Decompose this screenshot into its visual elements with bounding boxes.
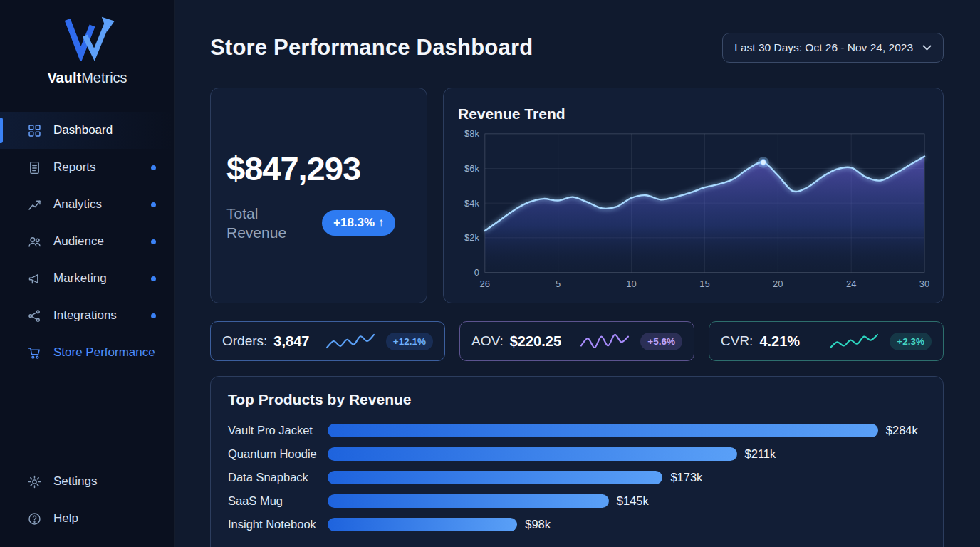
date-range-label: Last 30 Days: Oct 26 - Nov 24, 2023: [734, 41, 913, 54]
cvr-sparkline: [828, 333, 880, 350]
sidebar-item-label: Marketing: [53, 271, 107, 286]
product-value-label: $211k: [745, 447, 776, 461]
date-range-dropdown[interactable]: Last 30 Days: Oct 26 - Nov 24, 2023: [722, 33, 944, 63]
notification-dot: [151, 165, 156, 170]
product-name: SaaS Mug: [228, 494, 328, 508]
svg-text:15: 15: [699, 278, 709, 289]
cvr-value: 4.21%: [759, 333, 800, 350]
svg-text:$4k: $4k: [464, 198, 479, 209]
aov-value: $220.25: [510, 333, 561, 350]
product-name: Data Snapback: [228, 471, 328, 484]
top-products-title: Top Products by Revenue: [228, 391, 926, 408]
orders-value: 3,847: [273, 333, 309, 350]
product-bar-fill: [328, 518, 517, 531]
svg-text:24: 24: [846, 278, 856, 289]
question-circle-icon: [27, 511, 42, 526]
revenue-trend-title: Revenue Trend: [458, 105, 930, 123]
kpi-card-aov: AOV: $220.25 +5.6%: [459, 321, 694, 361]
sidebar-item-label: Dashboard: [53, 123, 113, 137]
sidebar-item-integrations[interactable]: Integrations: [0, 297, 174, 334]
sidebar-footer: Settings Help: [0, 463, 174, 547]
sidebar-item-label: Integrations: [53, 308, 117, 323]
product-value-label: $173k: [670, 471, 702, 484]
revenue-trend-card: Revenue Trend $8k$6k$4k$2k02651015202430: [443, 88, 944, 303]
sidebar-item-help[interactable]: Help: [0, 500, 174, 537]
sidebar-item-store-performance[interactable]: Store Performance: [0, 334, 174, 371]
sidebar-item-dashboard[interactable]: Dashboard: [0, 112, 174, 149]
main-content: Store Performance Dashboard Last 30 Days…: [175, 0, 980, 547]
brand-name-light: Metrics: [81, 70, 127, 85]
page-header: Store Performance Dashboard Last 30 Days…: [210, 33, 944, 63]
sidebar-item-label: Audience: [53, 234, 104, 249]
product-value-label: $284k: [886, 424, 918, 437]
product-row: Data Snapback $173k: [228, 470, 926, 484]
sidebar-item-label: Help: [53, 511, 78, 526]
sidebar-item-label: Store Performance: [53, 345, 155, 360]
aov-sparkline: [579, 333, 630, 350]
dashboard-grid-icon: [27, 123, 42, 138]
integrations-nodes-icon: [27, 308, 42, 323]
svg-text:30: 30: [919, 278, 929, 289]
sidebar-item-label: Settings: [53, 474, 97, 489]
svg-text:5: 5: [556, 278, 561, 289]
brand-name: VaultMetrics: [47, 70, 127, 86]
notification-dot: [151, 313, 156, 318]
sidebar-item-label: Analytics: [53, 197, 102, 212]
notification-dot: [151, 276, 156, 281]
sidebar: VaultMetrics Dashboard Reports Analytics: [0, 0, 175, 547]
svg-text:$8k: $8k: [464, 128, 479, 139]
product-bar-fill: [328, 447, 737, 461]
cvr-change-badge: +2.3%: [890, 333, 932, 350]
product-value-label: $98k: [525, 518, 551, 531]
orders-change-badge: +12.1%: [386, 333, 433, 350]
product-row: Quantum Hoodie $211k: [228, 447, 926, 461]
svg-text:0: 0: [474, 267, 479, 278]
revenue-change-badge: +18.3% ↑: [322, 210, 395, 236]
total-revenue-value: $847,293: [226, 149, 411, 188]
revenue-trend-chart: $8k$6k$4k$2k02651015202430: [457, 127, 930, 292]
sidebar-item-analytics[interactable]: Analytics: [0, 186, 174, 223]
sidebar-item-reports[interactable]: Reports: [0, 149, 174, 186]
kpi-card-cvr: CVR: 4.21% +2.3%: [709, 321, 944, 361]
total-revenue-card: $847,293 Total Revenue +18.3% ↑: [210, 88, 427, 303]
kpi-card-orders: Orders: 3,847 +12.1%: [210, 321, 445, 361]
shopping-cart-icon: [27, 345, 42, 360]
cvr-label: CVR:: [721, 333, 753, 349]
brand-name-bold: Vault: [47, 70, 81, 85]
trend-line-icon: [27, 197, 42, 212]
product-row: Vault Pro Jacket $284k: [228, 423, 926, 437]
product-value-label: $145k: [617, 494, 649, 508]
sidebar-item-audience[interactable]: Audience: [0, 223, 174, 260]
people-icon: [27, 234, 42, 249]
top-products-card: Top Products by Revenue Vault Pro Jacket…: [210, 376, 944, 547]
product-bar-zone: $211k: [328, 447, 926, 461]
document-icon: [27, 160, 42, 175]
product-bar-zone: $98k: [328, 518, 926, 531]
svg-text:$6k: $6k: [464, 163, 479, 174]
vaultmetrics-logo-icon: [55, 14, 120, 61]
product-name: Insight Notebook: [228, 518, 328, 531]
svg-text:20: 20: [773, 278, 783, 289]
total-revenue-meta: Total Revenue +18.3% ↑: [226, 204, 411, 243]
product-bar-zone: $145k: [328, 494, 926, 508]
orders-sparkline: [325, 333, 376, 350]
sidebar-item-settings[interactable]: Settings: [0, 463, 174, 500]
chevron-down-icon: [922, 45, 932, 51]
product-bar-fill: [328, 424, 878, 437]
product-bar-fill: [328, 494, 609, 508]
product-bar-fill: [328, 471, 662, 484]
sidebar-item-label: Reports: [53, 160, 96, 174]
svg-text:10: 10: [626, 278, 636, 289]
product-row: SaaS Mug $145k: [228, 494, 926, 508]
product-bar-zone: $173k: [328, 471, 926, 484]
brand: VaultMetrics: [0, 0, 174, 90]
product-row: Insight Notebook $98k: [228, 517, 926, 531]
gear-icon: [27, 474, 42, 489]
sidebar-item-marketing[interactable]: Marketing: [0, 260, 174, 297]
product-name: Vault Pro Jacket: [228, 424, 328, 437]
aov-label: AOV:: [471, 333, 504, 349]
product-name: Quantum Hoodie: [228, 447, 328, 461]
total-revenue-label: Total Revenue: [226, 204, 305, 243]
svg-text:26: 26: [480, 278, 490, 289]
product-bar-zone: $284k: [328, 424, 926, 437]
